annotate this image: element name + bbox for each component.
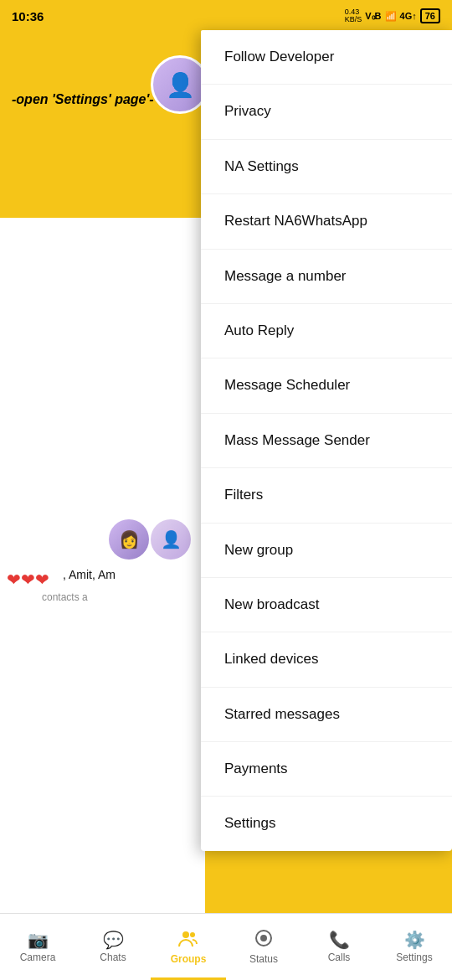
nav-calls-label: Calls xyxy=(328,952,351,963)
nav-camera[interactable]: 📷 Camera xyxy=(0,914,75,980)
background-area: -open 'Settings' page'- 👤 👩 👤 ❤❤❤ , Amit… xyxy=(0,30,205,946)
nav-camera-label: Camera xyxy=(20,952,56,963)
nav-chats-label: Chats xyxy=(100,952,126,963)
menu-item-new-broadcast[interactable]: New broadcast xyxy=(201,578,452,632)
svg-point-0 xyxy=(182,931,189,938)
menu-item-filters[interactable]: Filters xyxy=(201,468,452,523)
settings-page-text: -open 'Settings' page'- xyxy=(12,92,154,107)
menu-item-settings[interactable]: Settings xyxy=(201,797,452,850)
hearts-display: ❤❤❤ xyxy=(7,570,49,590)
nav-settings-label: Settings xyxy=(396,952,432,963)
dropdown-menu: Follow Developer Privacy NA Settings Res… xyxy=(201,30,452,851)
status-icon xyxy=(254,929,273,950)
menu-item-starred[interactable]: Starred messages xyxy=(201,688,452,742)
status-bar: 10:36 0.43KB/S V₀B 📶 4G↑ 76 xyxy=(0,0,452,30)
nav-chats[interactable]: 💬 Chats xyxy=(75,914,151,980)
yellow-bg-section: -open 'Settings' page'- 👤 xyxy=(0,30,205,218)
chats-icon: 💬 xyxy=(103,931,124,948)
network-speed: 0.43KB/S xyxy=(345,8,362,23)
avatar-2: 👤 xyxy=(151,519,191,560)
menu-item-message-scheduler[interactable]: Message Scheduler xyxy=(201,358,452,413)
menu-item-linked-devices[interactable]: Linked devices xyxy=(201,632,452,687)
nav-calls[interactable]: 📞 Calls xyxy=(301,914,377,980)
network-gen: 4G↑ xyxy=(400,11,417,21)
svg-point-1 xyxy=(190,932,195,937)
network-type: V₀B xyxy=(365,11,381,22)
groups-icon xyxy=(178,929,198,950)
bottom-nav: 📷 Camera 💬 Chats Groups Status 📞 Calls xyxy=(0,913,452,980)
settings-icon: ⚙️ xyxy=(404,931,425,948)
avatar-1: 👩 xyxy=(109,519,149,560)
nav-status-label: Status xyxy=(249,953,278,965)
nav-groups[interactable]: Groups xyxy=(151,914,226,980)
menu-item-message-number[interactable]: Message a number xyxy=(201,250,452,304)
menu-item-auto-reply[interactable]: Auto Reply xyxy=(201,304,452,358)
chat-list-bg: 👩 👤 ❤❤❤ , Amit, Am contacts a xyxy=(0,218,205,946)
contact-names: , Amit, Am xyxy=(63,568,116,581)
calls-icon: 📞 xyxy=(329,931,350,948)
battery-icon: 76 xyxy=(420,8,440,23)
new-group-label: New group xyxy=(224,542,293,558)
nav-settings[interactable]: ⚙️ Settings xyxy=(377,914,452,980)
nav-status[interactable]: Status xyxy=(226,914,301,980)
new-broadcast-label: New broadcast xyxy=(224,596,319,612)
menu-item-privacy[interactable]: Privacy xyxy=(201,85,452,139)
svg-point-3 xyxy=(260,935,267,941)
menu-item-payments[interactable]: Payments xyxy=(201,742,452,797)
menu-item-mass-message[interactable]: Mass Message Sender xyxy=(201,414,452,468)
avatar-row: 👩 👤 xyxy=(109,519,191,560)
menu-item-na-settings[interactable]: NA Settings xyxy=(201,140,452,194)
nav-groups-label: Groups xyxy=(171,953,207,965)
status-time: 10:36 xyxy=(12,9,44,23)
camera-icon: 📷 xyxy=(28,931,49,948)
menu-item-new-group[interactable]: New group xyxy=(201,524,452,578)
menu-item-follow-developer[interactable]: Follow Developer xyxy=(201,30,452,85)
status-icons: 0.43KB/S V₀B 📶 4G↑ 76 xyxy=(345,8,440,23)
signal-icon: 📶 xyxy=(385,11,397,22)
contacts-sub-text: contacts a xyxy=(42,591,88,603)
menu-item-restart[interactable]: Restart NA6WhatsApp xyxy=(201,194,452,249)
